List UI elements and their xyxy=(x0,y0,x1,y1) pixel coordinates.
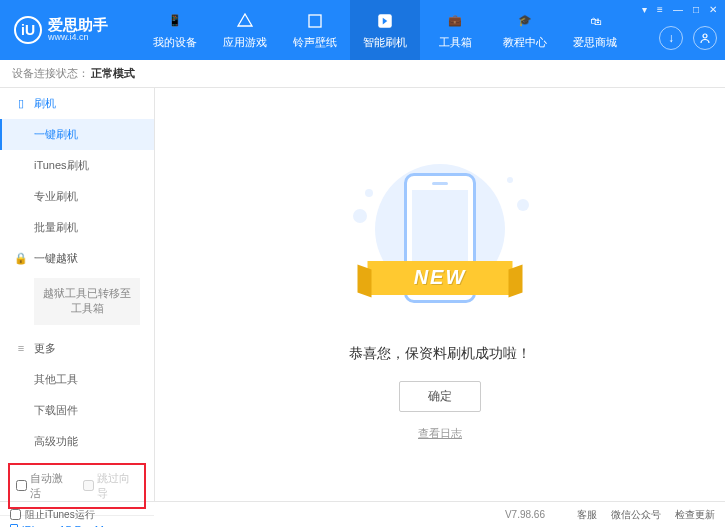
store-icon: 🛍 xyxy=(585,11,605,31)
success-message: 恭喜您，保资料刷机成功啦！ xyxy=(349,345,531,363)
more-icon: ≡ xyxy=(14,342,28,354)
version-label: V7.98.66 xyxy=(505,509,545,520)
sidebar-item-batch[interactable]: 批量刷机 xyxy=(0,212,154,243)
svg-point-2 xyxy=(703,34,707,38)
wallpaper-icon xyxy=(305,11,325,31)
nav-apps[interactable]: 应用游戏 xyxy=(210,0,280,60)
tutorial-icon: 🎓 xyxy=(515,11,535,31)
nav-my-device[interactable]: 📱我的设备 xyxy=(140,0,210,60)
sidebar-item-pro[interactable]: 专业刷机 xyxy=(0,181,154,212)
sidebar-jailbreak-header[interactable]: 🔒一键越狱 xyxy=(0,243,154,274)
sidebar-more-header[interactable]: ≡更多 xyxy=(0,333,154,364)
sidebar-item-oneclick[interactable]: 一键刷机 xyxy=(0,119,154,150)
flash-icon xyxy=(375,11,395,31)
sidebar-item-advanced[interactable]: 高级功能 xyxy=(0,426,154,457)
app-title: 爱思助手 xyxy=(48,17,108,34)
footer-wechat[interactable]: 微信公众号 xyxy=(611,508,661,522)
nav-tutorials[interactable]: 🎓教程中心 xyxy=(490,0,560,60)
checkbox-auto-activate[interactable]: 自动激活 xyxy=(16,471,71,501)
nav-toolbox[interactable]: 💼工具箱 xyxy=(420,0,490,60)
checkbox-skip-guide[interactable]: 跳过向导 xyxy=(83,471,138,501)
download-button[interactable]: ↓ xyxy=(659,26,683,50)
sidebar-item-itunes[interactable]: iTunes刷机 xyxy=(0,150,154,181)
main-nav: 📱我的设备 应用游戏 铃声壁纸 智能刷机 💼工具箱 🎓教程中心 🛍爱思商城 xyxy=(140,0,630,60)
phone-icon: ▯ xyxy=(14,97,28,110)
status-label: 设备连接状态： xyxy=(12,66,89,81)
nav-flash[interactable]: 智能刷机 xyxy=(350,0,420,60)
user-button[interactable] xyxy=(693,26,717,50)
window-controls: ▾ ≡ — □ ✕ xyxy=(640,4,719,15)
menu-icon[interactable]: ▾ xyxy=(640,4,649,15)
main-content: NEW 恭喜您，保资料刷机成功啦！ 确定 查看日志 xyxy=(155,88,725,501)
svg-rect-0 xyxy=(309,15,321,27)
status-value: 正常模式 xyxy=(91,66,135,81)
close-icon[interactable]: ✕ xyxy=(707,4,719,15)
apps-icon xyxy=(235,11,255,31)
confirm-button[interactable]: 确定 xyxy=(399,381,481,412)
footer-update[interactable]: 检查更新 xyxy=(675,508,715,522)
checkbox-highlight-box: 自动激活 跳过向导 xyxy=(8,463,146,509)
sidebar-item-other[interactable]: 其他工具 xyxy=(0,364,154,395)
status-bar: 设备连接状态： 正常模式 xyxy=(0,60,725,88)
block-itunes-checkbox[interactable]: 阻止iTunes运行 xyxy=(10,508,95,522)
sidebar-flash-header[interactable]: ▯刷机 xyxy=(0,88,154,119)
maximize-icon[interactable]: □ xyxy=(691,4,701,15)
minimize-icon[interactable]: — xyxy=(671,4,685,15)
toolbox-icon: 💼 xyxy=(445,11,465,31)
sidebar-jailbreak-notice[interactable]: 越狱工具已转移至工具箱 xyxy=(34,278,140,325)
sidebar-item-firmware[interactable]: 下载固件 xyxy=(0,395,154,426)
nav-store[interactable]: 🛍爱思商城 xyxy=(560,0,630,60)
logo-icon: iU xyxy=(14,16,42,44)
success-illustration: NEW xyxy=(355,149,525,329)
nav-ringtones[interactable]: 铃声壁纸 xyxy=(280,0,350,60)
app-url: www.i4.cn xyxy=(48,33,108,43)
device-icon: 📱 xyxy=(165,11,185,31)
lock-icon: 🔒 xyxy=(14,252,28,265)
sidebar: ▯刷机 一键刷机 iTunes刷机 专业刷机 批量刷机 🔒一键越狱 越狱工具已转… xyxy=(0,88,155,501)
app-header: iU 爱思助手 www.i4.cn 📱我的设备 应用游戏 铃声壁纸 智能刷机 💼… xyxy=(0,0,725,60)
footer-support[interactable]: 客服 xyxy=(577,508,597,522)
list-icon[interactable]: ≡ xyxy=(655,4,665,15)
new-ribbon: NEW xyxy=(368,261,513,295)
logo-area: iU 爱思助手 www.i4.cn xyxy=(0,16,140,44)
view-log-link[interactable]: 查看日志 xyxy=(418,426,462,441)
